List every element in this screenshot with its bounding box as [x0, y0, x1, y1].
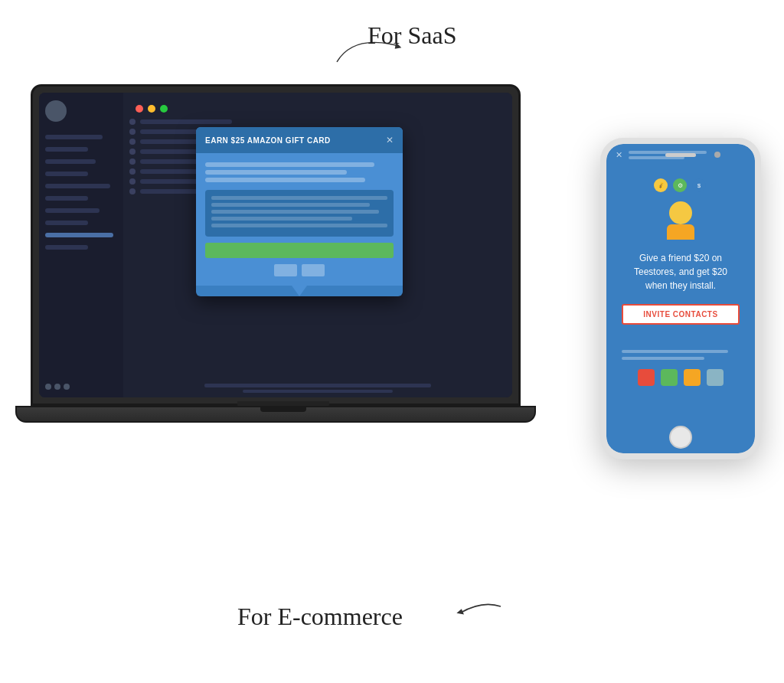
maximize-button-dot: [160, 105, 168, 113]
laptop: EARN $25 AMAZON GIFT CARD ✕: [31, 84, 536, 528]
modal-title: EARN $25 AMAZON GIFT CARD: [205, 136, 331, 145]
person-body: [667, 224, 694, 240]
sidebar-item-active: [45, 233, 113, 237]
color-swatch-green[interactable]: [661, 369, 678, 386]
minimize-button-dot: [148, 105, 155, 113]
close-button-dot: [136, 105, 143, 113]
sidebar-avatar: [45, 100, 67, 122]
sidebar-item: [45, 208, 100, 213]
modal-line: [205, 162, 374, 167]
sidebar-item: [45, 135, 103, 139]
modal-close-icon[interactable]: ✕: [386, 135, 394, 145]
phone-bottom-line: [622, 357, 704, 360]
ecommerce-arrow: [452, 597, 513, 628]
sidebar-item: [45, 196, 88, 201]
person-head: [669, 201, 692, 224]
ecommerce-label: For E-commerce: [237, 603, 403, 631]
social-btn[interactable]: [302, 264, 325, 276]
modal-form: [205, 190, 394, 237]
sidebar-item: [45, 245, 88, 250]
laptop-notch: [260, 407, 306, 412]
phone-text-area: Give a friend $20 on Teestores, and get …: [606, 247, 755, 296]
sidebar-item: [45, 221, 88, 225]
phone-illustration: 💰 ⚙ $: [606, 163, 755, 247]
app-sidebar: [39, 93, 123, 397]
modal-body: [196, 153, 403, 286]
scene: For SaaS: [0, 0, 784, 683]
laptop-screen: EARN $25 AMAZON GIFT CARD ✕: [39, 93, 512, 397]
phone-color-swatches: [622, 369, 740, 386]
sidebar-item: [45, 147, 88, 152]
color-swatch-blue[interactable]: [707, 369, 724, 386]
sidebar-item: [45, 159, 96, 164]
color-swatch-red[interactable]: [638, 369, 655, 386]
invite-contacts-button[interactable]: INVITE CONTACTS: [622, 304, 740, 325]
laptop-app: EARN $25 AMAZON GIFT CARD ✕: [39, 93, 512, 397]
phone-bottom-area: [606, 344, 755, 392]
traffic-lights: [136, 105, 168, 113]
bubble-icon-3: $: [692, 178, 706, 192]
phone-speaker: [665, 153, 696, 157]
sidebar-item: [45, 184, 110, 188]
bubble-icon-1: 💰: [654, 178, 668, 192]
modal-line: [205, 170, 347, 175]
app-main-content: EARN $25 AMAZON GIFT CARD ✕: [123, 93, 512, 397]
phone-main-text: Give a friend $20 on Teestores, and get …: [622, 251, 740, 292]
saas-label: For SaaS: [368, 21, 456, 50]
laptop-body: EARN $25 AMAZON GIFT CARD ✕: [31, 84, 521, 406]
modal-social-row: [205, 264, 394, 276]
laptop-modal: EARN $25 AMAZON GIFT CARD ✕: [196, 127, 403, 296]
phone-bottom-line: [622, 350, 728, 353]
modal-cta-button[interactable]: [205, 243, 394, 258]
modal-header: EARN $25 AMAZON GIFT CARD ✕: [196, 127, 403, 153]
phone-home-button[interactable]: [669, 426, 692, 449]
bubble-icon-2: ⚙: [673, 178, 687, 192]
phone-camera: [714, 152, 720, 158]
modal-line: [205, 178, 365, 182]
phone: ✕ 💰 ⚙ $: [600, 138, 761, 459]
color-swatch-orange[interactable]: [684, 369, 701, 386]
illustration-figure: 💰 ⚙ $: [650, 178, 711, 240]
social-btn[interactable]: [274, 264, 297, 276]
phone-screen: ✕ 💰 ⚙ $: [606, 144, 755, 453]
phone-close-icon[interactable]: ✕: [616, 150, 622, 160]
sidebar-item: [45, 172, 88, 176]
